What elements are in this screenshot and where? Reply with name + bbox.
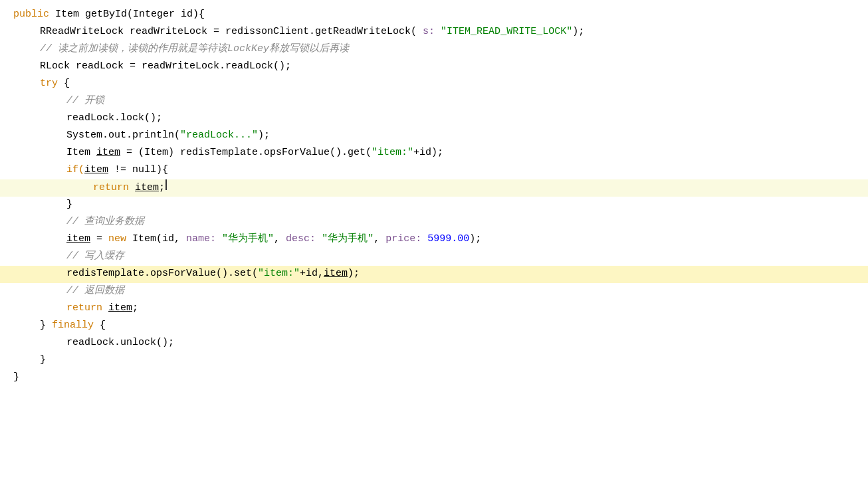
code-token: readLock.unlock(); [66,335,174,350]
code-line: // 读之前加读锁，读锁的作用就是等待该LockKey释放写锁以后再读 [0,41,868,58]
code-line: } [0,197,868,214]
code-token: Item [66,145,96,160]
code-token: "item:" [258,266,300,281]
code-token: new [108,231,132,247]
code-line: } finally { [0,318,868,335]
code-line: // 开锁 [0,93,868,110]
code-token: try [40,76,64,91]
code-line: if(item != null){ [0,162,868,179]
code-token: public [13,7,55,22]
code-line: // 查询业务数据 [0,214,868,231]
code-token: // 返回数据 [66,283,124,298]
code-token: name: [180,231,216,247]
code-token: return [66,300,108,316]
code-token: System.out.println( [66,128,180,143]
code-token: return [93,180,135,195]
code-token: } [40,352,46,367]
code-token: +id, [300,266,324,281]
code-token: "华为手机" [216,231,274,247]
code-token: RReadWriteLock readWriteLock = redissonC… [40,24,417,39]
code-token: item [108,300,132,316]
code-token: price: [380,231,421,247]
text-cursor [165,179,167,190]
code-token: item [66,231,90,247]
code-token: , [274,231,280,247]
code-line: redisTemplate.opsForValue().set("item:"+… [0,266,868,283]
code-editor: public Item getById(Integer id){RReadWri… [0,0,868,501]
code-token: } [40,318,52,333]
code-line: Item item = (Item) redisTemplate.opsForV… [0,145,868,162]
code-line: readLock.unlock(); [0,335,868,352]
code-line: // 返回数据 [0,283,868,300]
code-token: RLock readLock = readWriteLock.readLock(… [40,58,291,74]
code-token: Item(id, [132,231,180,247]
code-token: , [374,231,380,247]
code-token: != null){ [108,162,168,177]
code-line: return item; [0,179,868,197]
code-token: item [324,266,348,281]
code-token: ); [348,266,360,281]
code-token: 5999.00 [421,231,469,247]
code-line: return item; [0,300,868,318]
code-token: = (Item) redisTemplate.opsForValue().get… [120,145,372,160]
code-token: // 开锁 [66,93,104,108]
code-token: item [135,180,159,195]
code-token: if( [66,162,84,177]
code-line: RLock readLock = readWriteLock.readLock(… [0,58,868,76]
code-token: // 读之前加读锁，读锁的作用就是等待该LockKey释放写锁以后再读 [40,41,349,56]
code-token: readLock.lock(); [66,110,162,126]
code-token: "华为手机" [316,231,374,247]
code-token: { [64,76,70,91]
code-token: "item:" [372,145,413,160]
code-token: } [13,369,19,385]
code-token: ; [159,180,165,195]
code-token: s: [417,24,435,39]
code-token: ; [132,300,138,316]
code-line: } [0,352,868,369]
code-line: } [0,369,868,387]
code-token: item [96,145,120,160]
code-line: readLock.lock(); [0,110,868,128]
code-line: // 写入缓存 [0,249,868,266]
code-line: System.out.println("readLock..."); [0,128,868,145]
code-line: public Item getById(Integer id){ [0,7,868,24]
code-token: = [90,231,108,247]
code-token: // 查询业务数据 [66,214,144,229]
code-token: ); [469,231,481,247]
code-token: desc: [280,231,316,247]
code-token: ); [572,24,584,39]
code-line: RReadWriteLock readWriteLock = redissonC… [0,24,868,41]
code-token: getById(Integer id){ [85,7,205,22]
code-token: "readLock..." [180,128,258,143]
code-token: item [84,162,108,177]
code-token: ); [258,128,270,143]
code-token: // 写入缓存 [66,249,124,264]
code-token: +id); [413,145,443,160]
code-token: "ITEM_READ_WRITE_LOCK" [435,24,572,39]
code-token: } [66,197,72,212]
code-token: Item [55,7,85,22]
code-line: item = new Item(id, name: "华为手机", desc: … [0,231,868,249]
code-token: { [100,318,106,333]
code-token: redisTemplate.opsForValue().set( [66,266,258,281]
code-token: finally [52,318,100,333]
code-line: try { [0,76,868,93]
